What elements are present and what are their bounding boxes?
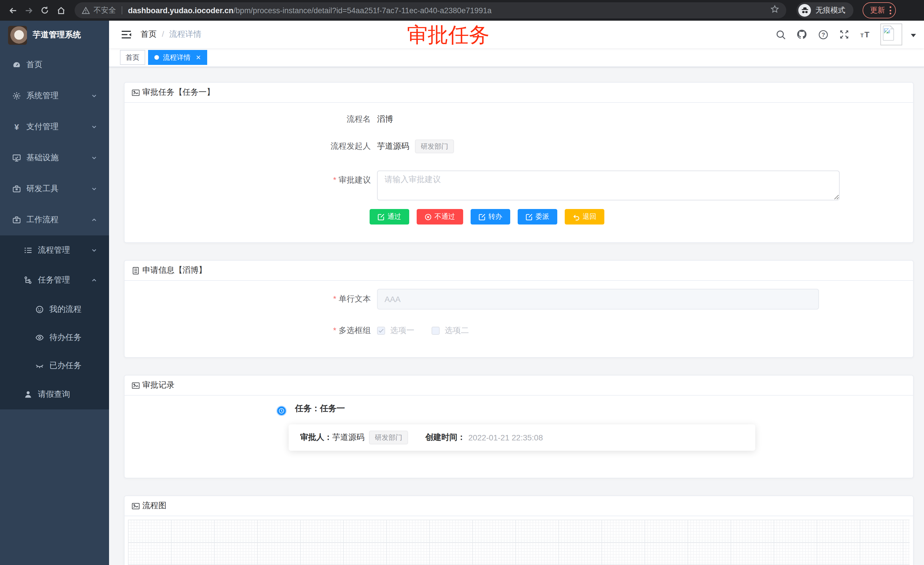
sidebar-item-leave-query[interactable]: 请假查询 [0, 380, 109, 409]
sidebar-item-process-mgmt[interactable]: 流程管理 [0, 236, 109, 265]
browser-reload-button[interactable] [38, 3, 52, 17]
timeline: 任务：任务一 审批人： 芋道源码 研发部门 创建时间： 2022-01-21 2… [124, 396, 913, 479]
sidebar-item-workflow[interactable]: 工作流程 [0, 204, 109, 236]
avatar-caret-icon[interactable] [911, 29, 916, 40]
sidebar-item-label: 系统管理 [26, 91, 58, 101]
breadcrumb-home[interactable]: 首页 [141, 29, 157, 39]
browser-update-button[interactable]: 更新 [862, 2, 896, 18]
document-icon [131, 266, 140, 275]
avatar[interactable] [880, 24, 902, 45]
approve-button[interactable]: 通过 [370, 209, 409, 224]
reload-icon [40, 6, 50, 15]
hamburger-icon[interactable] [122, 30, 131, 39]
browser-home-button[interactable] [54, 3, 68, 17]
edit-icon [526, 213, 532, 220]
svg-text:¥: ¥ [14, 123, 19, 131]
security-label: 不安全 [93, 5, 116, 15]
svg-text:?: ? [821, 31, 825, 38]
checkbox-group-row: 多选框组 选项一 选项二 [124, 326, 913, 336]
sidebar-item-label: 基础设施 [26, 153, 58, 163]
url-path: /bpm/process-instance/detail?id=54aa251f… [234, 6, 492, 15]
url-host: dashboard.yudao.iocoder.cn [128, 6, 234, 15]
chevron-down-icon [91, 92, 98, 99]
tab-home[interactable]: 首页 [120, 50, 145, 65]
checkbox-option-2: 选项二 [432, 326, 469, 336]
back-icon [8, 6, 18, 15]
button-label: 转办 [488, 212, 502, 222]
font-size-button[interactable]: TT [859, 28, 872, 41]
sidebar-item-devtools[interactable]: 研发工具 [0, 173, 109, 204]
edit-icon [378, 213, 384, 220]
sidebar-item-label: 已办任务 [50, 360, 81, 371]
tags-view-bar: 首页 流程详情 ✕ [109, 48, 924, 67]
field-label: 流程名 [124, 114, 371, 125]
assignee-value: 芋道源码 [332, 432, 364, 443]
opinion-textarea[interactable] [377, 171, 840, 200]
sidebar-item-label: 研发工具 [26, 184, 58, 194]
app-title: 芋道管理系统 [33, 30, 81, 40]
reject-button[interactable]: 不通过 [417, 209, 463, 224]
browser-back-button[interactable] [6, 3, 20, 17]
sidebar-item-my-process[interactable]: 我的流程 [0, 295, 109, 323]
sidebar-item-home[interactable]: 首页 [0, 50, 109, 80]
breadcrumb-separator: / [162, 29, 164, 39]
url-bar[interactable]: 不安全 dashboard.yudao.iocoder.cn/bpm/proce… [75, 2, 786, 18]
timeline-task-title: 任务：任务一 [295, 403, 345, 414]
dashboard-icon [12, 60, 21, 69]
search-button[interactable] [774, 28, 787, 41]
picture-icon [131, 381, 140, 389]
tab-close-icon[interactable]: ✕ [196, 54, 201, 60]
checkbox-label: 选项二 [445, 326, 469, 336]
sidebar-item-todo-tasks[interactable]: 待办任务 [0, 323, 109, 352]
single-line-input [377, 289, 819, 310]
sidebar-item-task-mgmt[interactable]: 任务管理 [0, 265, 109, 295]
dept-tag: 研发部门 [415, 140, 454, 153]
apply-info-card: 申请信息【滔博】 单行文本 多选框组 选项一 [124, 260, 914, 358]
list-icon [24, 246, 33, 255]
tree-icon [24, 276, 33, 285]
sidebar-item-done-tasks[interactable]: 已办任务 [0, 352, 109, 380]
field-label: 单行文本 [124, 294, 371, 304]
bpmn-canvas[interactable] [128, 520, 910, 565]
checkbox-option-1: 选项一 [377, 326, 414, 336]
github-button[interactable] [795, 28, 808, 41]
sidebar-item-label: 任务管理 [38, 275, 70, 286]
field-label: 流程发起人 [124, 141, 371, 152]
url-text: dashboard.yudao.iocoder.cn/bpm/process-i… [128, 6, 492, 15]
browser-menu-icon[interactable] [890, 6, 891, 14]
bookmark-star-button[interactable] [770, 5, 779, 16]
transfer-button[interactable]: 转办 [471, 209, 510, 224]
card-header: 流程图 [124, 496, 913, 516]
github-icon [796, 29, 807, 40]
incognito-icon [798, 4, 811, 17]
approval-record-card: 审批记录 任务：任务一 审批人： 芋道源码 研发部门 创建时间： 2022-01… [124, 375, 914, 478]
initiator-row: 流程发起人 芋道源码 研发部门 [124, 140, 913, 153]
chevron-down-icon [91, 247, 98, 254]
card-title: 流程图 [142, 501, 166, 511]
omnibox-divider [122, 6, 122, 14]
return-button[interactable]: 退回 [565, 209, 604, 224]
sidebar-logo-row: 芋道管理系统 [0, 21, 109, 50]
sidebar-item-system[interactable]: 系统管理 [0, 80, 109, 111]
font-size-icon: TT [860, 29, 871, 40]
sidebar: 芋道管理系统 首页 系统管理 ¥ 支付管理 [0, 21, 109, 565]
button-label: 通过 [387, 212, 401, 222]
delegate-button[interactable]: 委派 [518, 209, 557, 224]
checkbox-label: 选项一 [390, 326, 414, 336]
checkbox-unchecked-icon [432, 327, 440, 335]
fullscreen-button[interactable] [838, 28, 850, 41]
home-icon [56, 6, 66, 15]
sidebar-item-label: 首页 [26, 60, 42, 70]
checkbox-group: 选项一 选项二 [377, 326, 469, 336]
workflow-submenu: 流程管理 任务管理 我的流程 待办任务 [0, 236, 109, 409]
sidebar-item-infra[interactable]: 基础设施 [0, 143, 109, 173]
browser-forward-button[interactable] [22, 3, 36, 17]
chevron-down-icon [91, 155, 98, 161]
browser-chrome: 不安全 dashboard.yudao.iocoder.cn/bpm/proce… [0, 0, 924, 21]
forward-icon [24, 6, 34, 15]
sidebar-item-pay[interactable]: ¥ 支付管理 [0, 111, 109, 143]
svg-text:T: T [864, 30, 869, 39]
incognito-label: 无痕模式 [816, 5, 845, 15]
help-button[interactable]: ? [817, 28, 829, 41]
tab-process-detail[interactable]: 流程详情 ✕ [148, 50, 207, 65]
